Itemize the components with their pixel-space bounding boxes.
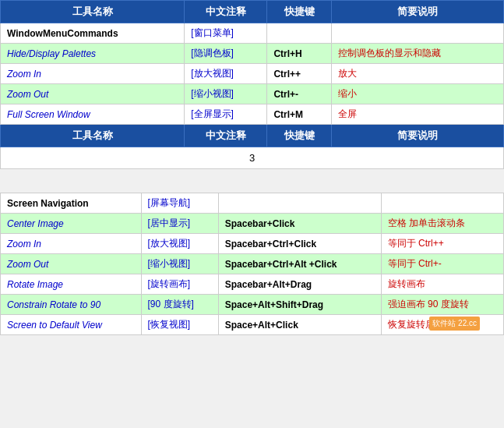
desc-cell: 空格 加单击滚动条 <box>381 214 503 234</box>
shortcut-cell <box>218 193 381 214</box>
tool-name-cell: Full Screen Window <box>1 104 185 125</box>
table-row: Constrain Rotate to 90 [90 度旋转] Space+Al… <box>1 295 504 315</box>
col-header-shortcut-1: 快捷键 <box>267 1 332 23</box>
page-number: 3 <box>1 147 504 169</box>
annotation-cell: [放大视图] <box>141 234 218 254</box>
page-number-row: 3 <box>1 147 504 169</box>
tool-name-cell: Constrain Rotate to 90 <box>1 295 142 315</box>
watermark-badge: 软件站 22.cc <box>429 317 480 331</box>
table-row: Zoom Out [缩小视图] Ctrl+- 缩小 <box>1 84 504 104</box>
annotation-cell: [放大视图] <box>185 64 267 84</box>
table-row: Zoom In [放大视图] Spacebar+Ctrl+Click 等同于 C… <box>1 234 504 254</box>
shortcut-cell: Space+Alt+Click <box>218 315 381 335</box>
shortcut-cell: Space+Alt+Shift+Drag <box>218 295 381 315</box>
annotation-cell: [旋转画布] <box>141 274 218 295</box>
desc-cell: 缩小 <box>332 84 504 104</box>
desc-cell: 强迫画布 90 度旋转 <box>381 295 503 315</box>
annotation-cell: [隐调色板] <box>185 44 267 64</box>
table-footer-header-row: 工具名称 中文注释 快捷键 简要说明 <box>1 125 504 147</box>
shortcut-cell: Ctrl+H <box>267 44 332 64</box>
annotation-cell: [缩小视图] <box>185 84 267 104</box>
desc-cell: 控制调色板的显示和隐藏 <box>332 44 504 64</box>
footer-col-4: 简要说明 <box>332 125 504 147</box>
tool-name-cell: Screen Navigation <box>1 193 142 214</box>
annotation-cell: [恢复视图] <box>141 315 218 335</box>
tool-name-cell: WindowMenuCommands <box>1 23 185 44</box>
table-row: Zoom In [放大视图] Ctrl++ 放大 <box>1 64 504 84</box>
table-row: Hide/Display Palettes [隐调色板] Ctrl+H 控制调色… <box>1 44 504 64</box>
tool-name-cell: Rotate Image <box>1 274 142 295</box>
tool-name-cell: Zoom In <box>1 64 185 84</box>
footer-col-1: 工具名称 <box>1 125 185 147</box>
page-wrapper: 工具名称 中文注释 快捷键 简要说明 WindowMenuCommands [窗… <box>0 0 504 335</box>
desc-cell: 等同于 Ctrl+- <box>381 254 503 274</box>
tool-name-cell: Zoom Out <box>1 254 142 274</box>
desc-cell: 旋转画布 <box>381 274 503 295</box>
table-2: Screen Navigation [屏幕导航] Center Image [居… <box>0 193 504 335</box>
shortcut-cell <box>267 23 332 44</box>
table-row: Center Image [居中显示] Spacebar+Click 空格 加单… <box>1 214 504 234</box>
shortcut-cell: Spacebar+Alt+Drag <box>218 274 381 295</box>
annotation-cell: [全屏显示] <box>185 104 267 125</box>
desc-cell: 全屏 <box>332 104 504 125</box>
tool-name-cell: Hide/Display Palettes <box>1 44 185 64</box>
shortcut-cell: Spacebar+Ctrl+Alt +Click <box>218 254 381 274</box>
section-divider <box>0 169 504 193</box>
footer-col-3: 快捷键 <box>267 125 332 147</box>
table-row: Zoom Out [缩小视图] Spacebar+Ctrl+Alt +Click… <box>1 254 504 274</box>
shortcut-cell: Spacebar+Click <box>218 214 381 234</box>
section-2: Screen Navigation [屏幕导航] Center Image [居… <box>0 193 504 335</box>
annotation-cell: [缩小视图] <box>141 254 218 274</box>
desc-cell <box>381 193 503 214</box>
table-header-row-1: 工具名称 中文注释 快捷键 简要说明 <box>1 1 504 23</box>
annotation-cell: [90 度旋转] <box>141 295 218 315</box>
footer-col-2: 中文注释 <box>185 125 267 147</box>
shortcut-cell: Ctrl+- <box>267 84 332 104</box>
shortcut-cell: Ctrl++ <box>267 64 332 84</box>
desc-cell: 放大 <box>332 64 504 84</box>
col-header-annotation-1: 中文注释 <box>185 1 267 23</box>
table-row: Full Screen Window [全屏显示] Ctrl+M 全屏 <box>1 104 504 125</box>
annotation-cell: [窗口菜单] <box>185 23 267 44</box>
table-1: 工具名称 中文注释 快捷键 简要说明 WindowMenuCommands [窗… <box>0 0 504 169</box>
table-row: WindowMenuCommands [窗口菜单] <box>1 23 504 44</box>
table-row: Screen to Default View [恢复视图] Space+Alt+… <box>1 315 504 335</box>
shortcut-cell: Ctrl+M <box>267 104 332 125</box>
table-row: Screen Navigation [屏幕导航] <box>1 193 504 214</box>
col-header-desc-1: 简要说明 <box>332 1 504 23</box>
col-header-tool-1: 工具名称 <box>1 1 185 23</box>
annotation-cell: [屏幕导航] <box>141 193 218 214</box>
tool-name-cell: Zoom Out <box>1 84 185 104</box>
annotation-cell: [居中显示] <box>141 214 218 234</box>
shortcut-cell: Spacebar+Ctrl+Click <box>218 234 381 254</box>
desc-cell <box>332 23 504 44</box>
section-1: 工具名称 中文注释 快捷键 简要说明 WindowMenuCommands [窗… <box>0 0 504 169</box>
tool-name-cell: Screen to Default View <box>1 315 142 335</box>
tool-name-cell: Center Image <box>1 214 142 234</box>
desc-cell: 恢复旋转后的视图 软件站 22.cc <box>381 315 503 335</box>
table-row: Rotate Image [旋转画布] Spacebar+Alt+Drag 旋转… <box>1 274 504 295</box>
tool-name-cell: Zoom In <box>1 234 142 254</box>
desc-cell: 等同于 Ctrl++ <box>381 234 503 254</box>
